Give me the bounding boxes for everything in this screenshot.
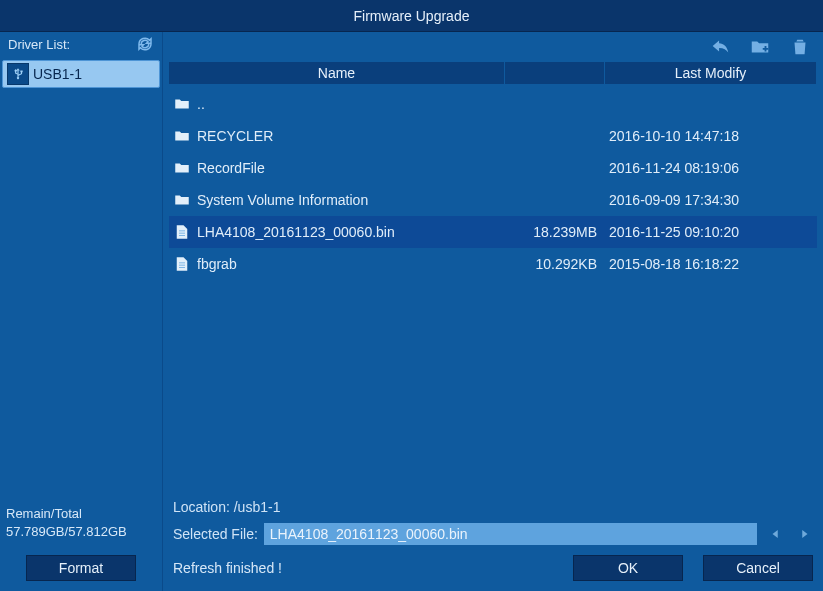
folder-icon [171, 125, 193, 147]
driver-item-label: USB1-1 [33, 66, 82, 82]
new-folder-icon[interactable] [749, 36, 771, 58]
file-size: 10.292KB [509, 256, 609, 272]
file-icon [171, 253, 193, 275]
file-name: System Volume Information [197, 192, 509, 208]
file-list: ..RECYCLER2016-10-10 14:47:18RecordFile2… [169, 84, 817, 493]
file-name: fbgrab [197, 256, 509, 272]
selected-file-label: Selected File: [173, 526, 258, 542]
next-icon[interactable] [795, 525, 813, 543]
file-name: LHA4108_20161123_00060.bin [197, 224, 509, 240]
usb-icon [7, 63, 29, 85]
location-label: Location: [173, 499, 230, 515]
cancel-button[interactable]: Cancel [703, 555, 813, 581]
file-row[interactable]: fbgrab10.292KB2015-08-18 16:18:22 [169, 248, 817, 280]
selected-file-input[interactable] [264, 523, 757, 545]
delete-icon[interactable] [789, 36, 811, 58]
file-modify: 2016-09-09 17:34:30 [609, 192, 815, 208]
driver-list: USB1-1 [0, 56, 162, 92]
file-name: .. [197, 96, 509, 112]
file-name: RECYCLER [197, 128, 509, 144]
storage-stats-value: 57.789GB/57.812GB [6, 523, 156, 541]
refresh-icon[interactable] [136, 35, 154, 53]
file-size: 18.239MB [509, 224, 609, 240]
title-bar: Firmware Upgrade [0, 0, 823, 32]
file-icon [171, 221, 193, 243]
driver-list-label: Driver List: [8, 37, 70, 52]
location-value: /usb1-1 [234, 499, 281, 515]
folder-icon [171, 93, 193, 115]
file-modify: 2016-11-25 09:10:20 [609, 224, 815, 240]
sidebar: Driver List: USB1-1 Remain/Total 57.789G… [0, 32, 163, 591]
driver-item-usb1-1[interactable]: USB1-1 [2, 60, 160, 88]
folder-icon [171, 157, 193, 179]
storage-stats-label: Remain/Total [6, 505, 156, 523]
status-text: Refresh finished ! [173, 560, 553, 576]
folder-icon [171, 189, 193, 211]
column-size[interactable] [505, 62, 605, 84]
file-toolbar [163, 32, 823, 62]
format-button[interactable]: Format [26, 555, 136, 581]
ok-button[interactable]: OK [573, 555, 683, 581]
file-modify: 2016-11-24 08:19:06 [609, 160, 815, 176]
file-row[interactable]: RecordFile2016-11-24 08:19:06 [169, 152, 817, 184]
file-row[interactable]: LHA4108_20161123_00060.bin18.239MB2016-1… [169, 216, 817, 248]
file-row[interactable]: RECYCLER2016-10-10 14:47:18 [169, 120, 817, 152]
back-icon[interactable] [709, 36, 731, 58]
window-title: Firmware Upgrade [354, 8, 470, 24]
file-modify: 2015-08-18 16:18:22 [609, 256, 815, 272]
column-name[interactable]: Name [169, 62, 505, 84]
file-modify: 2016-10-10 14:47:18 [609, 128, 815, 144]
prev-icon[interactable] [767, 525, 785, 543]
file-row[interactable]: System Volume Information2016-09-09 17:3… [169, 184, 817, 216]
file-name: RecordFile [197, 160, 509, 176]
